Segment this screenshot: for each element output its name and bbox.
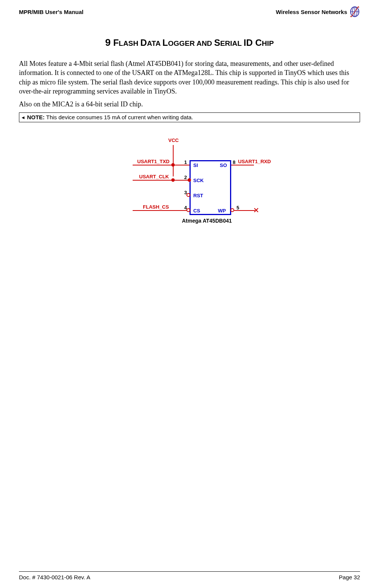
paragraph-1: All Motes feature a 4-Mbit serial flash … bbox=[19, 59, 360, 96]
chapter-title: 9 FLASH DATA LOGGER AND SERIAL ID CHIP bbox=[19, 37, 360, 48]
chip-caption: Atmega AT45DB041 bbox=[182, 218, 232, 224]
header-right: Wireless Sensor Networks bbox=[276, 6, 360, 18]
page-footer: Doc. # 7430-0021-06 Rev. A Page 32 bbox=[19, 571, 360, 580]
vcc-junction-dot bbox=[171, 163, 175, 167]
chip-diagram: VCC USART1_TXD 1 SI SO 8 USART1_RXD USAR… bbox=[95, 134, 284, 232]
pin-num-5: 5 bbox=[236, 205, 239, 211]
pin-rst: RST bbox=[193, 193, 203, 198]
pin-cs: CS bbox=[193, 208, 200, 214]
wire-clk bbox=[133, 180, 190, 181]
footer-page-number: Page 32 bbox=[339, 574, 360, 580]
note-label: NOTE: bbox=[27, 114, 45, 120]
pin-circle-wp bbox=[230, 208, 234, 212]
signal-flash-cs: FLASH_CS bbox=[143, 204, 169, 210]
pin-sck: SCK bbox=[193, 178, 204, 183]
footer-doc-number: Doc. # 7430-0021-06 Rev. A bbox=[19, 574, 90, 580]
chip-body bbox=[190, 160, 231, 215]
wire-txd bbox=[133, 165, 190, 165]
signal-usart1-rxd: USART1_RXD bbox=[238, 159, 271, 164]
nc-x-icon bbox=[254, 208, 258, 212]
svg-marker-6 bbox=[350, 16, 352, 17]
pin-num-1: 1 bbox=[184, 159, 187, 165]
chapter-number: 9 bbox=[105, 37, 110, 48]
signal-vcc: VCC bbox=[168, 137, 179, 143]
note-text: This device consumes 15 mA of current wh… bbox=[46, 114, 193, 120]
header-left: MPR/MIB User's Manual bbox=[19, 9, 83, 15]
paragraph-2: Also on the MICA2 is a 64-bit serial ID … bbox=[19, 100, 360, 109]
svg-marker-5 bbox=[357, 6, 359, 8]
pin-si: SI bbox=[193, 162, 198, 168]
note-box: ◂ NOTE: This device consumes 15 mA of cu… bbox=[19, 112, 360, 122]
signal-usart1-txd: USART1_TXD bbox=[137, 159, 169, 164]
vcc-junction-dot-2 bbox=[171, 178, 175, 182]
pin-num-3: 3 bbox=[184, 190, 187, 195]
pin-num-8: 8 bbox=[233, 159, 235, 165]
note-bullet-icon: ◂ bbox=[22, 114, 25, 120]
pin-wp: WP bbox=[218, 208, 226, 214]
header-right-text: Wireless Sensor Networks bbox=[276, 9, 347, 15]
wsn-logo-icon bbox=[349, 6, 360, 18]
pin-num-2: 2 bbox=[184, 175, 187, 180]
signal-usart-clk: USART_CLK bbox=[139, 174, 169, 179]
pin-so: SO bbox=[220, 162, 227, 168]
wire-vcc bbox=[173, 145, 174, 176]
page-header: MPR/MIB User's Manual Wireless Sensor Ne… bbox=[19, 6, 360, 18]
wire-cs bbox=[133, 210, 187, 211]
wire-wp bbox=[234, 210, 255, 211]
